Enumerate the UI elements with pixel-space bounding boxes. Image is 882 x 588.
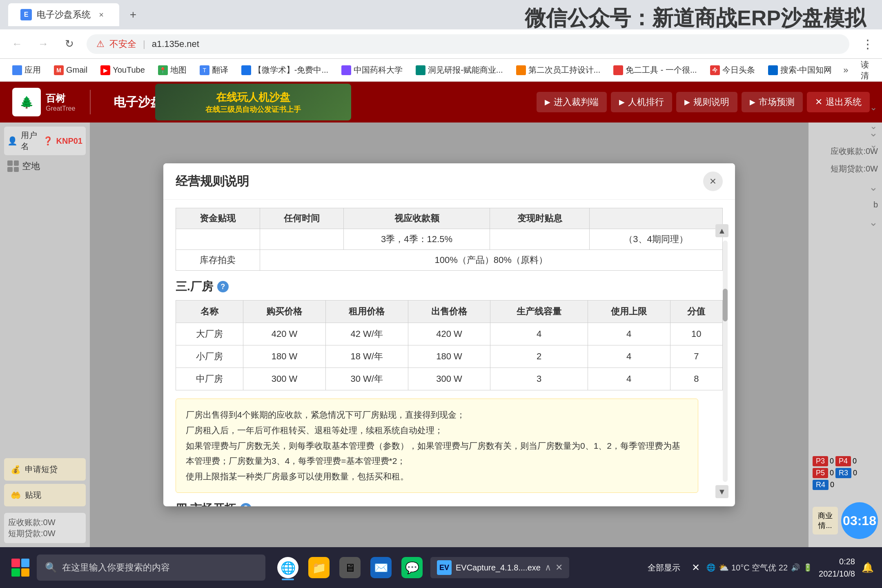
badge-p3-label: P3 [813,456,828,466]
dongjian-icon [416,65,425,75]
bookmark-maps[interactable]: 📍 地图 [152,62,192,78]
factory-note-4: 使用上限指某一种类厂房最多可以使用数量，包括买和租。 [186,469,688,484]
modal-overlay: 经营规则说明 × ▲ ▼ [90,122,808,547]
factory-medium-name: 中厂房 [176,368,243,390]
factory-row-large: 大厂房 420 W 42 W/年 420 W 4 4 10 [176,323,723,345]
tab-close-button[interactable]: × [96,9,107,20]
toutiao-icon: 今 [710,65,720,75]
start-button[interactable] [8,555,33,580]
bookmark-pharma[interactable]: 中国药科大学 [336,62,408,78]
fund-col4-header: 变现时贴息 [490,208,590,229]
scroll-thumb [723,289,728,321]
timer-display: 03:18 [841,502,878,539]
network-icon: 🌐 [706,563,715,572]
notification-icon[interactable]: 🔔 [862,562,874,573]
factory-help-icon[interactable]: ? [217,281,229,292]
expand-icon-1[interactable]: ⌄ [870,102,877,113]
nav-judge-entry[interactable]: ▶ 进入裁判端 [537,92,607,112]
taskbar-search-bar[interactable]: 🔍 在这里输入你要搜索的内容 [37,555,265,581]
factory-medium-score: 8 [670,368,722,390]
badge-r4-label: R4 [813,480,829,490]
taskbar-file-manager-icon[interactable]: 📁 [305,553,333,582]
factory-section-title: 三.厂房 ? [176,279,698,294]
show-all-button[interactable]: 全部显示 [643,560,685,576]
fund-r1c5: （3、4期同理） [590,229,723,250]
evcapture-icon: EV [437,560,452,575]
bookmark-mian[interactable]: 免二工具 - 一个很... [608,62,702,78]
right-chevron-1[interactable]: ⌄ [813,127,878,139]
bookmark-second[interactable]: 第二次员工持设计... [510,62,606,78]
bookmark-apps[interactable]: 应用 [7,62,47,78]
sidebar-header-area: 空地 [4,157,86,176]
sidebar-header-label: 空地 [22,160,40,172]
active-tab[interactable]: E 电子沙盘系统 × [8,3,119,26]
nav-ranking[interactable]: ▶ 人机排行 [611,92,672,112]
bookmark-toutiao[interactable]: 今 今日头条 [704,62,761,78]
ranking-icon: ▶ [619,98,625,107]
refresh-button[interactable]: ↻ [60,35,78,53]
market-title-text: 四.市场开拓 [176,501,236,506]
cnki-icon [768,65,778,75]
volume-icon[interactable]: 🔊 [791,563,800,572]
expand-icon-3[interactable]: ⌄ [870,140,877,150]
factory-large-buy: 420 W [243,323,326,345]
fund-table: 资金贴现 任何时间 视应收款额 变现时贴息 [176,208,723,271]
judge-icon: ▶ [545,98,550,107]
bookmark-cnki[interactable]: 搜索-中国知网 [762,62,838,78]
right-panel: ⌄ 应收账款:0W 短期贷款:0W ⌄ b ⌄ P3 0 P4 0 P5 [808,122,882,547]
badge-r4: R4 0 [813,480,834,490]
modal-dialog: 经营规则说明 × ▲ ▼ [163,163,735,506]
evcapture-close-button[interactable]: ∧ [545,562,551,573]
browser-menu-button[interactable]: ⋮ [862,37,874,51]
nav-rules-label: 规则说明 [693,96,729,108]
discount-button[interactable]: 🤲 贴现 [4,484,86,506]
factory-small-capacity: 2 [490,345,588,368]
nav-exit[interactable]: ✕ 退出系统 [807,92,870,112]
fund-r1c1 [176,229,260,250]
bookmark-gmail[interactable]: M Gmail [48,63,93,78]
more-bookmarks-button[interactable]: » [839,62,852,78]
taskbar-wechat-icon[interactable]: 💬 [398,553,426,582]
bookmark-translate[interactable]: T 翻译 [194,62,234,78]
bookmark-weixue-label: 【微学术】-免费中... [254,65,328,76]
search-icon: 🔍 [45,562,57,573]
scroll-up-button[interactable]: ▲ [715,224,728,237]
watermark: 微信公众号：新道商战ERP沙盘模拟 [525,4,866,33]
taskbar-tray: 🌐 ⛅ 10°C 空气优 22 🔊 🔋 [706,562,812,573]
second-icon [516,65,526,75]
evcapture-close2-button[interactable]: ✕ [555,562,563,573]
evcapture-task[interactable]: EV EVCapture_4.1.8....exe ∧ ✕ [430,557,569,578]
factory-medium-capacity: 3 [490,368,588,390]
taskbar-chrome-icon[interactable]: 🌐 [274,553,302,582]
nav-rules[interactable]: ▶ 规则说明 [676,92,737,112]
taskbar-email-icon[interactable]: ✉️ [367,553,395,582]
modal-title: 经营规则说明 [176,173,249,190]
bookmark-weixue[interactable]: 【微学术】-免费中... [236,62,334,78]
back-button[interactable]: ← [8,35,26,53]
badge-r3-label: R3 [835,468,851,478]
scroll-down-button[interactable]: ▼ [715,485,728,498]
clock: 0:28 2021/10/8 [819,555,855,580]
factory-large-sell: 420 W [408,323,490,345]
nav-market[interactable]: ▶ 市场预测 [742,92,803,112]
taskbar-app3-icon[interactable]: 🖥 [336,553,364,582]
reading-list-button[interactable]: 阅读清单 [854,59,875,82]
new-tab-button[interactable]: + [123,5,143,24]
right-chevron-3[interactable]: ⌄ [813,216,878,229]
expand-icon-2[interactable]: ⌄ [870,121,877,131]
chrome-icon: 🌐 [277,557,298,578]
factory-small-name: 小厂房 [176,345,243,368]
address-input[interactable]: ⚠ 不安全 | a1.135e.net [87,34,849,54]
right-chevron-2[interactable]: ⌄ [813,181,878,194]
modal-body[interactable]: ▲ ▼ 资金贴现 任何时间 视应收款额 [163,200,735,506]
bookmark-youtube[interactable]: ▶ YouTube [95,63,151,78]
receivable-right: 应收账款:0W [813,146,878,157]
forward-button[interactable]: → [34,35,52,53]
modal-close-button[interactable]: × [703,172,723,191]
biz-button[interactable]: 商业情... [813,507,838,535]
taskbar-close-icon[interactable]: ✕ [692,562,700,573]
market-help-icon[interactable]: ? [240,503,252,506]
bookmark-dongjian[interactable]: 洞见研报-赋能商业... [410,62,508,78]
sidebar-buttons: 💰 申请短贷 🤲 贴现 [4,458,86,506]
apply-short-loan-button[interactable]: 💰 申请短贷 [4,458,86,481]
